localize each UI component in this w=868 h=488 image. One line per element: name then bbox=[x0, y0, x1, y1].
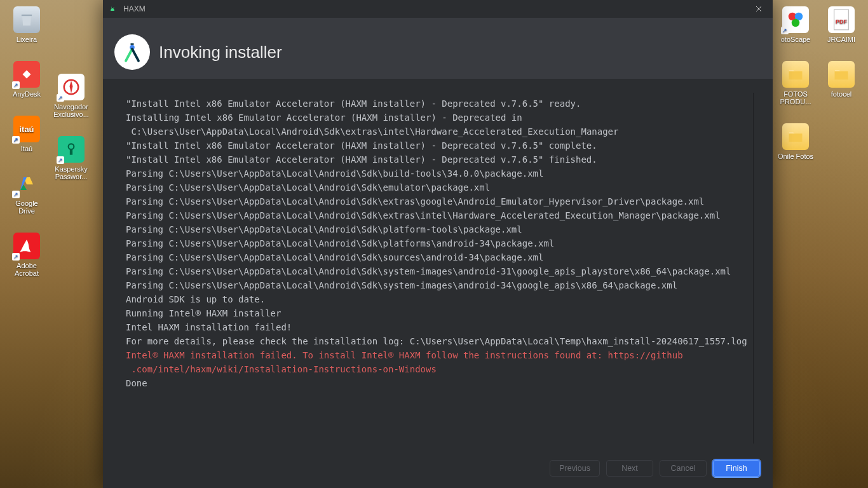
dialog-header: Invoking installer bbox=[103, 18, 773, 79]
shortcut-arrow-icon: ↗ bbox=[12, 191, 20, 198]
desktop-icon-label: Adobe Acrobat bbox=[6, 262, 47, 277]
desktop-icon[interactable]: FOTOS PRODU... bbox=[775, 61, 816, 105]
desktop-icon[interactable]: ↗Google Drive bbox=[6, 170, 47, 215]
shortcut-arrow-icon: ↗ bbox=[12, 136, 20, 144]
desktop-icon[interactable]: itaú↗Itaú bbox=[6, 116, 47, 152]
app-icon bbox=[108, 4, 117, 13]
log-line: "Install Intel x86 Emulator Accelerator … bbox=[126, 97, 748, 111]
svg-rect-2 bbox=[70, 149, 72, 155]
desktop-icon-label: AnyDesk bbox=[13, 90, 41, 98]
bin-icon bbox=[13, 6, 40, 33]
desktop-icon[interactable]: ↗Kaspersky Passwor... bbox=[51, 136, 92, 180]
log-line: C:\Users\User\AppData\Local\Android\Sdk\… bbox=[126, 125, 748, 139]
log-line: Parsing C:\Users\User\AppData\Local\Andr… bbox=[126, 180, 748, 194]
previous-button: Previous bbox=[550, 460, 600, 477]
desktop-icons-col: ↗otoScapeFOTOS PRODU...Onile Fotos bbox=[775, 6, 816, 160]
desktop-icon-label: Kaspersky Passwor... bbox=[51, 165, 92, 180]
log-line: .com/intel/haxm/wiki/Installation-Instru… bbox=[126, 362, 748, 376]
window-title: HAXM bbox=[123, 4, 146, 13]
svg-text:PDF: PDF bbox=[836, 18, 848, 25]
shortcut-arrow-icon: ↗ bbox=[57, 156, 64, 164]
log-line: Parsing C:\Users\User\AppData\Local\Andr… bbox=[126, 194, 748, 208]
desktop-icon[interactable]: ↗Navegador Exclusivo... bbox=[51, 74, 92, 118]
desktop-icon-label: Onile Fotos bbox=[778, 152, 813, 160]
desktop-icon-label: otoScape bbox=[781, 36, 810, 43]
cancel-button: Cancel bbox=[660, 460, 707, 477]
shortcut-arrow-icon: ↗ bbox=[57, 94, 64, 102]
kasp-icon: ↗ bbox=[58, 136, 85, 163]
log-line: Parsing C:\Users\User\AppData\Local\Andr… bbox=[126, 222, 748, 236]
dialog-footer: Previous Next Cancel Finish bbox=[103, 450, 773, 488]
log-line: Intel HAXM installation failed! bbox=[126, 320, 748, 334]
log-line: Intel® HAXM installation failed. To inst… bbox=[126, 348, 748, 362]
finish-button[interactable]: Finish bbox=[713, 460, 760, 477]
close-icon bbox=[756, 6, 762, 12]
log-line: Running Intel® HAXM installer bbox=[126, 306, 748, 320]
svg-point-1 bbox=[69, 144, 74, 149]
desktop-icons-col: Lixeira↗AnyDeskitaú↗Itaú↗Google Drive↗Ad… bbox=[6, 6, 47, 277]
desktop-icon-label: Google Drive bbox=[6, 200, 47, 215]
itau-icon: itaú↗ bbox=[13, 116, 40, 142]
svg-point-5 bbox=[792, 19, 800, 27]
desktop-icon[interactable]: ↗Adobe Acrobat bbox=[6, 233, 47, 277]
desktop-icon[interactable]: ↗AnyDesk bbox=[6, 61, 47, 98]
next-button: Next bbox=[606, 460, 653, 477]
log-line: "Install Intel x86 Emulator Accelerator … bbox=[126, 152, 748, 166]
desktop-icons-col: ↗Navegador Exclusivo...↗Kaspersky Passwo… bbox=[51, 74, 92, 180]
log-line: Parsing C:\Users\User\AppData\Local\Andr… bbox=[126, 208, 748, 222]
log-line: Parsing C:\Users\User\AppData\Local\Andr… bbox=[126, 236, 748, 250]
anydesk-icon: ↗ bbox=[13, 61, 40, 88]
desktop-icon[interactable]: PDFJRCAIMI bbox=[821, 6, 862, 43]
log-line: "Install Intel x86 Emulator Accelerator … bbox=[126, 139, 748, 152]
log-line: Parsing C:\Users\User\AppData\Local\Andr… bbox=[126, 278, 748, 292]
pdf-icon: PDF bbox=[828, 6, 855, 33]
log-line: Parsing C:\Users\User\AppData\Local\Andr… bbox=[126, 264, 748, 278]
close-button[interactable] bbox=[750, 2, 768, 16]
dialog-body: "Install Intel x86 Emulator Accelerator … bbox=[103, 79, 773, 450]
acrobat-icon: ↗ bbox=[13, 233, 40, 259]
desktop-icon-label: Itaú bbox=[21, 145, 32, 152]
log-line: For more details, please check the insta… bbox=[126, 334, 748, 348]
desktop: Lixeira↗AnyDeskitaú↗Itaú↗Google Drive↗Ad… bbox=[0, 0, 868, 488]
folder-icon bbox=[828, 61, 855, 88]
pscape-icon: ↗ bbox=[782, 6, 809, 33]
desktop-icon-label: fotocel bbox=[831, 90, 851, 98]
android-studio-logo-icon bbox=[114, 34, 150, 70]
log-line: Parsing C:\Users\User\AppData\Local\Andr… bbox=[126, 166, 748, 180]
dialog-heading: Invoking installer bbox=[159, 43, 282, 62]
safari-icon: ↗ bbox=[58, 74, 85, 100]
shortcut-arrow-icon: ↗ bbox=[781, 27, 789, 34]
log-line: Installing Intel x86 Emulator Accelerato… bbox=[126, 111, 748, 125]
log-line: Parsing C:\Users\User\AppData\Local\Andr… bbox=[126, 250, 748, 264]
desktop-icon[interactable]: ↗otoScape bbox=[775, 6, 816, 43]
folder-icon bbox=[782, 61, 809, 88]
folder-icon bbox=[782, 123, 809, 150]
desktop-icon-label: Lixeira bbox=[17, 36, 37, 43]
shortcut-arrow-icon: ↗ bbox=[12, 81, 20, 89]
desktop-icon-label: Navegador Exclusivo... bbox=[51, 103, 92, 118]
desktop-icon[interactable]: Lixeira bbox=[6, 6, 47, 43]
desktop-icon[interactable]: fotocel bbox=[821, 61, 862, 98]
desktop-icon-label: JRCAIMI bbox=[827, 36, 855, 43]
shortcut-arrow-icon: ↗ bbox=[12, 253, 20, 261]
gdrive-icon: ↗ bbox=[13, 170, 40, 197]
desktop-icon[interactable]: Onile Fotos bbox=[775, 123, 816, 160]
log-line: Done bbox=[126, 376, 748, 390]
titlebar[interactable]: HAXM bbox=[103, 0, 773, 18]
haxm-installer-dialog: HAXM Invoking installer "Install Intel x… bbox=[103, 0, 773, 488]
desktop-icons-col: PDFJRCAIMIfotocel bbox=[821, 6, 862, 98]
log-line: Android SDK is up to date. bbox=[126, 292, 748, 306]
desktop-icon-label: FOTOS PRODU... bbox=[775, 90, 816, 105]
svg-rect-9 bbox=[131, 43, 134, 45]
installer-log[interactable]: "Install Intel x86 Emulator Accelerator … bbox=[122, 93, 754, 444]
